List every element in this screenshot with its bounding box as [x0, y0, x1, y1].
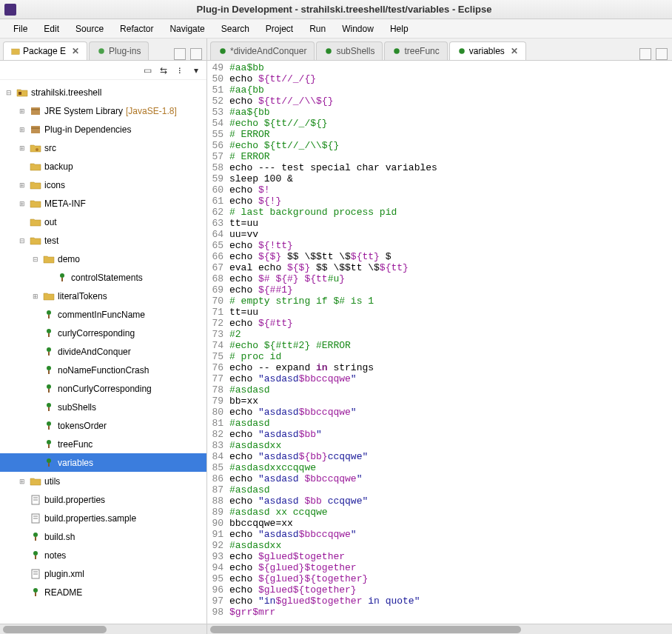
menu-project[interactable]: Project	[258, 21, 300, 37]
code-line[interactable]: echo $# ${#} ${tt#u}	[229, 273, 669, 284]
tree-item[interactable]: ⊞literalTokens	[0, 287, 206, 305]
link-editor-icon[interactable]: ⇆	[158, 64, 169, 76]
code-line[interactable]: # ERROR	[229, 129, 669, 140]
code-line[interactable]: #asdasd xx ccqqwe	[229, 507, 669, 518]
tree-item[interactable]: ⊟test	[0, 231, 206, 250]
close-icon[interactable]: ✕	[72, 46, 79, 56]
collapse-all-icon[interactable]: ▭	[141, 64, 153, 76]
tree-item[interactable]: treeFunc	[0, 435, 206, 453]
code-line[interactable]: #asdasdxx	[229, 540, 669, 551]
code-line[interactable]: echo ${#tt}	[229, 318, 669, 329]
code-line[interactable]: echo "asdasd $bb ccqqwe"	[229, 495, 669, 507]
tree-item[interactable]: out	[0, 213, 206, 231]
expand-icon[interactable]: ⊟	[31, 256, 40, 263]
code-line[interactable]: echo $!	[229, 184, 669, 196]
expand-icon[interactable]: ⊞	[18, 107, 27, 115]
close-icon[interactable]: ✕	[511, 46, 518, 56]
tab-package-explorer[interactable]: Package E ✕	[3, 41, 87, 60]
menu-run[interactable]: Run	[302, 21, 333, 37]
tree-item[interactable]: controlStatements	[0, 268, 206, 287]
menu-navigate[interactable]: Navigate	[162, 21, 212, 37]
code-line[interactable]: echo "asdasd $bbccqqwe"	[229, 473, 669, 484]
code-line[interactable]: echo $glued${together}	[229, 584, 669, 595]
tab-treefunc[interactable]: treeFunc	[384, 41, 447, 60]
tree-item[interactable]: ⊟strahilski.treeshell	[0, 83, 206, 101]
code-line[interactable]: # empty string if $# is 1	[229, 296, 669, 307]
menu-search[interactable]: Search	[214, 21, 257, 37]
tree-item[interactable]: notes	[0, 546, 206, 564]
maximize-editor-button[interactable]	[656, 48, 668, 60]
expand-icon[interactable]: ⊟	[18, 237, 27, 244]
code-line[interactable]: echo "asdasd$bbccqqwe"	[229, 373, 669, 384]
menu-edit[interactable]: Edit	[36, 21, 67, 37]
menu-source[interactable]: Source	[68, 21, 111, 37]
hscrollbar-left[interactable]	[0, 624, 206, 634]
code-line[interactable]: echo "in$glued$together in quote"	[229, 595, 669, 607]
code-line[interactable]: echo ${!tt}	[229, 240, 669, 251]
tree-item[interactable]: ⊞src	[0, 139, 206, 157]
view-menu-icon[interactable]: ▾	[190, 64, 202, 76]
code-line[interactable]: eval echo ${$} $$ \$$tt \$${tt}	[229, 262, 669, 273]
menu-window[interactable]: Window	[335, 21, 381, 37]
code-line[interactable]: echo ${$} $$ \$$tt \$${tt} $	[229, 251, 669, 262]
code-line[interactable]: echo $glued$together	[229, 551, 669, 562]
code-editor[interactable]: 4950515253545556575859606162636465666768…	[207, 61, 672, 624]
code-line[interactable]: # last background process pid	[229, 207, 669, 218]
tree-item[interactable]: tokensOrder	[0, 416, 206, 435]
code-line[interactable]: echo ${tt//_/\\${}	[229, 96, 669, 107]
code-line[interactable]: bb=xx	[229, 396, 669, 407]
tree-item[interactable]: divideAndConquer	[0, 342, 206, 361]
expand-icon[interactable]: ⊞	[18, 126, 27, 133]
code-line[interactable]: #asdasd	[229, 384, 669, 396]
code-line[interactable]: uu=vv	[229, 229, 669, 240]
tree-item[interactable]: ⊞Plug-in Dependencies	[0, 120, 206, 139]
tree-item[interactable]: build.sh	[0, 527, 206, 546]
code-line[interactable]: echo ${tt//_/{}	[229, 73, 669, 84]
code-body[interactable]: #aa$bbecho ${tt//_/{}#aa{bbecho ${tt//_/…	[226, 61, 672, 624]
code-line[interactable]: bbccqqwe=xx	[229, 518, 669, 529]
code-line[interactable]: #aa{bb	[229, 84, 669, 96]
tree-item[interactable]: variables	[0, 453, 206, 472]
menu-refactor[interactable]: Refactor	[112, 21, 161, 37]
code-line[interactable]: echo ${glued}$together	[229, 562, 669, 573]
code-line[interactable]: echo ${glued}${together}	[229, 573, 669, 584]
code-line[interactable]: sleep 100 &	[229, 173, 669, 184]
hscrollbar-editor[interactable]	[207, 624, 672, 634]
code-line[interactable]: $grr$mrr	[229, 607, 669, 618]
code-line[interactable]: #asdasdxxccqqwe	[229, 462, 669, 473]
code-line[interactable]: #echo ${#tt#2} #ERROR	[229, 340, 669, 351]
tree-item[interactable]: nonCurlyCorresponding	[0, 379, 206, 398]
tree-item[interactable]: commentInFuncName	[0, 305, 206, 324]
code-line[interactable]: echo ${##1}	[229, 284, 669, 296]
tree-item[interactable]: curlyCorresponding	[0, 324, 206, 342]
code-line[interactable]: echo "asdasd${bb}ccqqwe"	[229, 451, 669, 462]
expand-icon[interactable]: ⊞	[18, 144, 27, 152]
code-line[interactable]: echo "asdasd$bbccqqwe"	[229, 407, 669, 418]
tree-item[interactable]: ⊞utils	[0, 472, 206, 490]
tab-subshells[interactable]: subShells	[316, 41, 383, 60]
code-line[interactable]: echo -- expand in strings	[229, 362, 669, 373]
tree-item[interactable]: plugin.xml	[0, 564, 206, 583]
tree-item[interactable]: backup	[0, 157, 206, 176]
code-line[interactable]: #aa$bb	[229, 62, 669, 73]
menu-help[interactable]: Help	[383, 21, 416, 37]
code-line[interactable]: # proc id	[229, 351, 669, 362]
code-line[interactable]: tt=uu	[229, 218, 669, 229]
expand-icon[interactable]: ⊞	[18, 181, 27, 189]
tree-item[interactable]: noNameFunctionCrash	[0, 361, 206, 379]
code-line[interactable]: #echo ${tt//_/\\${}	[229, 140, 669, 151]
tree-item[interactable]: ⊟demo	[0, 250, 206, 268]
tree-item[interactable]: subShells	[0, 398, 206, 416]
code-line[interactable]: #aa${bb	[229, 107, 669, 118]
minimize-view-button[interactable]	[174, 48, 186, 60]
expand-icon[interactable]: ⊞	[31, 293, 40, 300]
package-explorer-tree[interactable]: ⊟strahilski.treeshell⊞JRE System Library…	[0, 80, 206, 624]
tree-item[interactable]: ⊞META-INF	[0, 194, 206, 213]
minimize-editor-button[interactable]	[639, 48, 651, 60]
tab-plugins[interactable]: Plug-ins	[89, 41, 149, 60]
tree-item[interactable]: README	[0, 583, 206, 601]
tree-item[interactable]: ⊞icons	[0, 176, 206, 194]
tree-item[interactable]: build.properties	[0, 490, 206, 509]
expand-icon[interactable]: ⊟	[4, 89, 13, 96]
code-line[interactable]: #asdasd	[229, 418, 669, 429]
